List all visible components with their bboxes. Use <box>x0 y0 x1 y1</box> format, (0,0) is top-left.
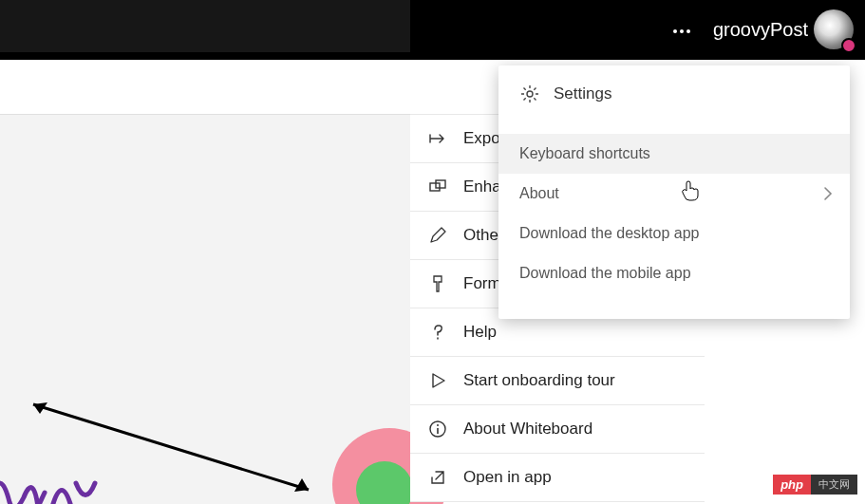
svg-marker-4 <box>33 402 47 414</box>
menu-item-label: About Whiteboard <box>463 420 592 439</box>
play-icon <box>427 370 448 391</box>
info-icon <box>427 419 448 439</box>
address-bar-area <box>0 0 410 52</box>
svg-rect-7 <box>436 180 445 188</box>
badge-left: php <box>773 475 811 495</box>
svg-point-11 <box>527 91 533 97</box>
format-icon <box>427 273 448 294</box>
help-icon <box>427 322 448 343</box>
top-bar: groovyPost <box>0 0 865 60</box>
enhance-icon <box>427 177 448 197</box>
svg-point-0 <box>673 29 677 33</box>
presence-badge <box>841 38 856 53</box>
menu-item-label: Download the mobile app <box>519 265 691 282</box>
settings-popup-menu: Settings Keyboard shortcuts About Downlo… <box>498 65 850 319</box>
chevron-right-icon <box>823 186 833 201</box>
menu-item-onboarding[interactable]: Start onboarding tour <box>410 357 705 405</box>
menu-item-about-whiteboard[interactable]: About Whiteboard <box>410 405 705 454</box>
menu-item-keyboard-shortcuts[interactable]: Keyboard shortcuts <box>498 134 850 174</box>
whiteboard-canvas[interactable] <box>0 114 410 504</box>
watermark-badge: php 中文网 <box>773 475 857 495</box>
menu-item-label: About <box>519 185 559 202</box>
svg-marker-5 <box>294 478 309 492</box>
pencil-icon <box>427 225 448 246</box>
menu-item-label: Open in app <box>463 468 552 487</box>
more-options-button[interactable] <box>668 17 696 46</box>
menu-item-settings[interactable]: Settings <box>498 73 850 115</box>
gear-icon <box>519 84 540 104</box>
svg-rect-6 <box>430 183 440 191</box>
open-external-icon <box>427 467 448 488</box>
menu-item-open-in-app[interactable]: Open in app <box>410 454 705 502</box>
menu-item-label: Help <box>463 323 497 342</box>
export-icon <box>427 128 448 149</box>
menu-item-download-mobile[interactable]: Download the mobile app <box>498 253 850 293</box>
menu-item-label: Download the desktop app <box>519 225 699 242</box>
more-icon <box>672 28 691 34</box>
menu-item-about[interactable]: About <box>498 174 850 214</box>
svg-point-1 <box>680 29 684 33</box>
svg-point-10 <box>437 424 439 426</box>
menu-item-label: Keyboard shortcuts <box>519 145 650 162</box>
svg-point-2 <box>686 29 690 33</box>
user-name-label: groovyPost <box>713 0 808 60</box>
ink-scribble <box>0 455 100 504</box>
menu-item-download-desktop[interactable]: Download the desktop app <box>498 214 850 253</box>
menu-item-label: Start onboarding tour <box>463 371 615 390</box>
cursor-hand-icon <box>680 179 699 202</box>
menu-item-label: Settings <box>554 84 611 103</box>
badge-right: 中文网 <box>811 475 857 495</box>
